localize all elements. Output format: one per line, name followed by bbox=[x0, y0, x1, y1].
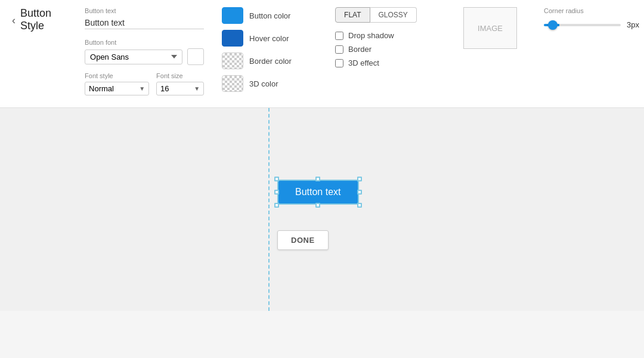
main-area: Button text DONE bbox=[0, 108, 644, 311]
border-checkbox[interactable] bbox=[335, 45, 343, 54]
hover-color-label: Hover color bbox=[249, 34, 289, 43]
handle-top-left[interactable] bbox=[274, 177, 279, 181]
settings-row: Button text Button font Open Sans Arial … bbox=[85, 7, 642, 98]
border-color-row: Border color bbox=[222, 53, 317, 69]
handle-bottom-right[interactable] bbox=[357, 203, 362, 208]
image-placeholder-text: IMAGE bbox=[478, 24, 503, 33]
border-row: Border bbox=[335, 45, 436, 54]
preview-button[interactable]: Button text bbox=[277, 180, 359, 205]
font-size-label: Font size bbox=[156, 72, 204, 79]
threed-color-row: 3D color bbox=[222, 75, 317, 92]
slider-row: 3px bbox=[544, 20, 642, 29]
border-color-label: Border color bbox=[249, 57, 292, 66]
border-label: Border bbox=[348, 45, 371, 54]
corner-radius-value: 3px bbox=[627, 20, 642, 29]
button-text-input[interactable] bbox=[85, 17, 204, 29]
font-size-arrow-icon: ▼ bbox=[194, 85, 200, 92]
handle-top-middle[interactable] bbox=[315, 177, 320, 181]
image-box[interactable]: IMAGE bbox=[463, 7, 517, 49]
flat-button[interactable]: FLAT bbox=[335, 7, 370, 23]
font-color-swatch[interactable] bbox=[187, 48, 204, 65]
dashed-divider bbox=[268, 108, 270, 311]
threed-row: 3D effect bbox=[335, 58, 436, 67]
threed-checkbox[interactable] bbox=[335, 59, 343, 67]
page-title: Button Style bbox=[20, 7, 51, 32]
flat-glossy-row: FLAT GLOSSY bbox=[335, 7, 436, 23]
button-color-swatch[interactable] bbox=[222, 7, 243, 24]
text-font-column: Button text Button font Open Sans Arial … bbox=[85, 7, 204, 95]
colors-column: Button color Hover color Border color 3D… bbox=[222, 7, 317, 98]
button-font-label: Button font bbox=[85, 39, 204, 46]
handle-bottom-left[interactable] bbox=[274, 203, 279, 208]
drop-shadow-label: Drop shadow bbox=[348, 31, 394, 40]
back-button[interactable]: ‹ bbox=[12, 14, 16, 27]
font-row: Open Sans Arial Roboto bbox=[85, 48, 204, 65]
handle-top-right[interactable] bbox=[357, 177, 362, 181]
done-button[interactable]: DONE bbox=[277, 230, 329, 250]
glossy-button[interactable]: GLOSSY bbox=[370, 7, 417, 23]
corner-radius-slider[interactable] bbox=[544, 24, 621, 26]
font-style-arrow-icon: ▼ bbox=[139, 85, 145, 92]
button-color-label: Button color bbox=[249, 11, 290, 20]
drop-shadow-checkbox[interactable] bbox=[335, 32, 343, 40]
corner-radius-label: Corner radius bbox=[544, 7, 642, 14]
hover-color-swatch[interactable] bbox=[222, 30, 243, 47]
handle-middle-left[interactable] bbox=[274, 190, 279, 195]
threed-label: 3D effect bbox=[348, 58, 379, 67]
style-column: FLAT GLOSSY Drop shadow Border 3D effect bbox=[335, 7, 436, 72]
hover-color-row: Hover color bbox=[222, 30, 317, 47]
font-size-select-wrapper[interactable]: 16 12 14 18 20 ▼ bbox=[156, 82, 204, 95]
threed-color-label: 3D color bbox=[249, 79, 278, 88]
font-size-select[interactable]: 16 12 14 18 20 bbox=[160, 84, 191, 93]
button-color-row: Button color bbox=[222, 7, 317, 24]
image-column: IMAGE bbox=[454, 7, 526, 49]
done-container: DONE bbox=[277, 230, 329, 250]
top-panel: ‹ Button Style Button text Button font O… bbox=[0, 0, 644, 108]
corner-radius-column: Corner radius 3px bbox=[544, 7, 642, 29]
border-color-swatch[interactable] bbox=[222, 53, 243, 69]
button-text-label: Button text bbox=[85, 7, 204, 14]
font-style-select[interactable]: Normal Bold Italic bbox=[89, 84, 137, 93]
drop-shadow-row: Drop shadow bbox=[335, 31, 436, 40]
font-size-col: Font size 16 12 14 18 20 ▼ bbox=[156, 72, 204, 95]
font-style-label: Font style bbox=[85, 72, 149, 79]
font-style-select-wrapper[interactable]: Normal Bold Italic ▼ bbox=[85, 82, 149, 95]
font-style-col: Font style Normal Bold Italic ▼ bbox=[85, 72, 149, 95]
style-size-row: Font style Normal Bold Italic ▼ Font siz… bbox=[85, 72, 204, 95]
preview-container: Button text bbox=[277, 180, 359, 205]
threed-color-swatch[interactable] bbox=[222, 75, 243, 92]
font-select[interactable]: Open Sans Arial Roboto bbox=[85, 50, 182, 64]
preview-button-wrapper: Button text bbox=[277, 180, 359, 205]
handle-bottom-middle[interactable] bbox=[315, 203, 320, 208]
handle-middle-right[interactable] bbox=[357, 190, 362, 195]
